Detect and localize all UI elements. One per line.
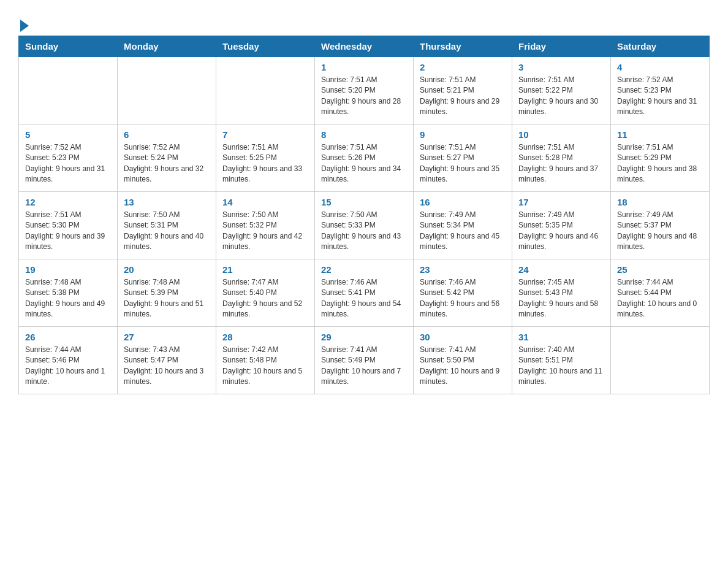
day-number: 20 (124, 264, 210, 275)
day-number: 4 (617, 62, 703, 72)
calendar-day-header: Wednesday (315, 36, 414, 57)
page-header (18, 12, 710, 29)
day-info: Sunrise: 7:51 AM Sunset: 5:25 PM Dayligh… (222, 142, 308, 185)
day-number: 25 (617, 264, 703, 275)
day-number: 14 (222, 197, 308, 207)
calendar-cell: 20Sunrise: 7:48 AM Sunset: 5:39 PM Dayli… (118, 259, 216, 327)
day-info: Sunrise: 7:51 AM Sunset: 5:28 PM Dayligh… (518, 142, 604, 185)
calendar-cell: 30Sunrise: 7:41 AM Sunset: 5:50 PM Dayli… (414, 327, 512, 394)
day-info: Sunrise: 7:40 AM Sunset: 5:51 PM Dayligh… (518, 345, 604, 388)
calendar-day-header: Friday (512, 36, 611, 57)
day-number: 10 (518, 129, 604, 140)
calendar-cell: 24Sunrise: 7:45 AM Sunset: 5:43 PM Dayli… (512, 259, 611, 327)
day-info: Sunrise: 7:44 AM Sunset: 5:46 PM Dayligh… (25, 345, 111, 388)
day-number: 6 (124, 129, 210, 140)
day-info: Sunrise: 7:51 AM Sunset: 5:20 PM Dayligh… (321, 75, 407, 118)
calendar-cell: 29Sunrise: 7:41 AM Sunset: 5:49 PM Dayli… (315, 327, 414, 394)
calendar-cell: 1Sunrise: 7:51 AM Sunset: 5:20 PM Daylig… (315, 57, 414, 124)
day-number: 7 (222, 129, 308, 140)
day-number: 30 (420, 332, 506, 342)
day-number: 23 (420, 264, 506, 275)
day-info: Sunrise: 7:51 AM Sunset: 5:21 PM Dayligh… (420, 75, 506, 118)
calendar-cell (118, 57, 216, 124)
calendar-week-row: 1Sunrise: 7:51 AM Sunset: 5:20 PM Daylig… (19, 57, 710, 124)
calendar-cell: 16Sunrise: 7:49 AM Sunset: 5:34 PM Dayli… (414, 192, 512, 259)
day-number: 1 (321, 62, 407, 72)
day-info: Sunrise: 7:46 AM Sunset: 5:41 PM Dayligh… (321, 277, 407, 320)
day-info: Sunrise: 7:51 AM Sunset: 5:26 PM Dayligh… (321, 142, 407, 185)
calendar-cell: 25Sunrise: 7:44 AM Sunset: 5:44 PM Dayli… (611, 259, 710, 327)
day-info: Sunrise: 7:51 AM Sunset: 5:22 PM Dayligh… (518, 75, 604, 118)
day-number: 8 (321, 129, 407, 140)
day-info: Sunrise: 7:47 AM Sunset: 5:40 PM Dayligh… (222, 277, 308, 320)
calendar-cell: 9Sunrise: 7:51 AM Sunset: 5:27 PM Daylig… (414, 124, 512, 192)
calendar-cell: 6Sunrise: 7:52 AM Sunset: 5:24 PM Daylig… (118, 124, 216, 192)
day-info: Sunrise: 7:50 AM Sunset: 5:31 PM Dayligh… (124, 210, 210, 253)
calendar-cell: 23Sunrise: 7:46 AM Sunset: 5:42 PM Dayli… (414, 259, 512, 327)
calendar-cell: 8Sunrise: 7:51 AM Sunset: 5:26 PM Daylig… (315, 124, 414, 192)
day-info: Sunrise: 7:41 AM Sunset: 5:50 PM Dayligh… (420, 345, 506, 388)
calendar-cell: 4Sunrise: 7:52 AM Sunset: 5:23 PM Daylig… (611, 57, 710, 124)
day-info: Sunrise: 7:52 AM Sunset: 5:23 PM Dayligh… (617, 75, 703, 118)
day-number: 19 (25, 264, 111, 275)
day-number: 17 (518, 197, 604, 207)
day-number: 9 (420, 129, 506, 140)
calendar-cell: 28Sunrise: 7:42 AM Sunset: 5:48 PM Dayli… (216, 327, 315, 394)
day-number: 28 (222, 332, 308, 342)
calendar-header-row: SundayMondayTuesdayWednesdayThursdayFrid… (19, 36, 710, 57)
calendar-cell (19, 57, 118, 124)
calendar-table: SundayMondayTuesdayWednesdayThursdayFrid… (18, 36, 710, 394)
calendar-day-header: Monday (118, 36, 216, 57)
calendar-day-header: Thursday (414, 36, 512, 57)
day-number: 31 (518, 332, 604, 342)
day-number: 27 (124, 332, 210, 342)
calendar-cell: 11Sunrise: 7:51 AM Sunset: 5:29 PM Dayli… (611, 124, 710, 192)
calendar-day-header: Sunday (19, 36, 118, 57)
calendar-cell: 26Sunrise: 7:44 AM Sunset: 5:46 PM Dayli… (19, 327, 118, 394)
day-number: 29 (321, 332, 407, 342)
calendar-day-header: Tuesday (216, 36, 315, 57)
calendar-week-row: 19Sunrise: 7:48 AM Sunset: 5:38 PM Dayli… (19, 259, 710, 327)
day-info: Sunrise: 7:48 AM Sunset: 5:39 PM Dayligh… (124, 277, 210, 320)
day-number: 18 (617, 197, 703, 207)
calendar-week-row: 26Sunrise: 7:44 AM Sunset: 5:46 PM Dayli… (19, 327, 710, 394)
calendar-cell: 5Sunrise: 7:52 AM Sunset: 5:23 PM Daylig… (19, 124, 118, 192)
calendar-cell: 7Sunrise: 7:51 AM Sunset: 5:25 PM Daylig… (216, 124, 315, 192)
day-info: Sunrise: 7:43 AM Sunset: 5:47 PM Dayligh… (124, 345, 210, 388)
day-info: Sunrise: 7:50 AM Sunset: 5:33 PM Dayligh… (321, 210, 407, 253)
day-info: Sunrise: 7:50 AM Sunset: 5:32 PM Dayligh… (222, 210, 308, 253)
calendar-week-row: 12Sunrise: 7:51 AM Sunset: 5:30 PM Dayli… (19, 192, 710, 259)
calendar-cell: 10Sunrise: 7:51 AM Sunset: 5:28 PM Dayli… (512, 124, 611, 192)
calendar-cell: 31Sunrise: 7:40 AM Sunset: 5:51 PM Dayli… (512, 327, 611, 394)
day-number: 12 (25, 197, 111, 207)
day-info: Sunrise: 7:51 AM Sunset: 5:29 PM Dayligh… (617, 142, 703, 185)
day-info: Sunrise: 7:46 AM Sunset: 5:42 PM Dayligh… (420, 277, 506, 320)
day-info: Sunrise: 7:42 AM Sunset: 5:48 PM Dayligh… (222, 345, 308, 388)
day-number: 3 (518, 62, 604, 72)
calendar-cell (216, 57, 315, 124)
calendar-cell (611, 327, 710, 394)
day-info: Sunrise: 7:52 AM Sunset: 5:24 PM Dayligh… (124, 142, 210, 185)
calendar-cell: 3Sunrise: 7:51 AM Sunset: 5:22 PM Daylig… (512, 57, 611, 124)
day-number: 2 (420, 62, 506, 72)
calendar-cell: 2Sunrise: 7:51 AM Sunset: 5:21 PM Daylig… (414, 57, 512, 124)
calendar-day-header: Saturday (611, 36, 710, 57)
logo (18, 18, 29, 29)
calendar-week-row: 5Sunrise: 7:52 AM Sunset: 5:23 PM Daylig… (19, 124, 710, 192)
calendar-cell: 15Sunrise: 7:50 AM Sunset: 5:33 PM Dayli… (315, 192, 414, 259)
day-number: 15 (321, 197, 407, 207)
calendar-cell: 14Sunrise: 7:50 AM Sunset: 5:32 PM Dayli… (216, 192, 315, 259)
day-info: Sunrise: 7:51 AM Sunset: 5:30 PM Dayligh… (25, 210, 111, 253)
day-info: Sunrise: 7:44 AM Sunset: 5:44 PM Dayligh… (617, 277, 703, 320)
day-info: Sunrise: 7:45 AM Sunset: 5:43 PM Dayligh… (518, 277, 604, 320)
calendar-cell: 19Sunrise: 7:48 AM Sunset: 5:38 PM Dayli… (19, 259, 118, 327)
day-number: 16 (420, 197, 506, 207)
day-number: 24 (518, 264, 604, 275)
day-info: Sunrise: 7:51 AM Sunset: 5:27 PM Dayligh… (420, 142, 506, 185)
day-info: Sunrise: 7:49 AM Sunset: 5:37 PM Dayligh… (617, 210, 703, 253)
day-number: 21 (222, 264, 308, 275)
day-info: Sunrise: 7:49 AM Sunset: 5:35 PM Dayligh… (518, 210, 604, 253)
day-number: 13 (124, 197, 210, 207)
calendar-cell: 18Sunrise: 7:49 AM Sunset: 5:37 PM Dayli… (611, 192, 710, 259)
day-number: 5 (25, 129, 111, 140)
